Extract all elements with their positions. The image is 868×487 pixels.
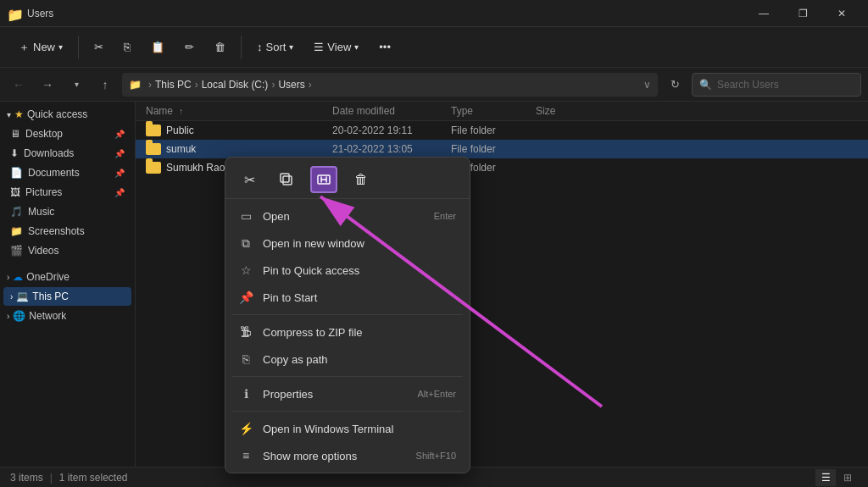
sidebar-item-downloads[interactable]: ⬇ Downloads 📌 bbox=[3, 144, 131, 163]
sort-indicator: ↑ bbox=[179, 107, 183, 116]
app-icon: 📁 bbox=[7, 7, 20, 20]
list-view-button[interactable]: ☰ bbox=[815, 469, 836, 486]
ctx-delete-button[interactable]: 🗑 bbox=[348, 166, 375, 193]
rename-toolbar-button[interactable]: ✏ bbox=[176, 36, 203, 58]
ctx-show-more-label: Show more options bbox=[263, 450, 357, 462]
ctx-open-shortcut: Enter bbox=[434, 211, 456, 221]
sidebar-item-screenshots[interactable]: 📁 Screenshots bbox=[3, 222, 131, 241]
path-dropdown-button[interactable]: ∨ bbox=[643, 79, 651, 91]
new-icon: ＋ bbox=[19, 40, 30, 55]
sidebar-label-documents: Documents bbox=[28, 167, 80, 179]
ctx-rename-button[interactable] bbox=[310, 166, 337, 193]
open-icon: ▭ bbox=[239, 209, 253, 223]
ctx-open-label: Open bbox=[263, 210, 290, 223]
documents-icon: 📄 bbox=[10, 167, 23, 179]
delete-toolbar-button[interactable]: 🗑 bbox=[206, 36, 234, 58]
header-type[interactable]: Type bbox=[451, 105, 536, 117]
pin-quick-icon: ☆ bbox=[239, 263, 253, 277]
ctx-cut-button[interactable]: ✂ bbox=[236, 166, 263, 193]
network-icon: 🌐 bbox=[13, 310, 25, 322]
file-row-public[interactable]: Public 20-02-2022 19:11 File folder bbox=[136, 121, 868, 140]
sort-button[interactable]: ↕ Sort ▾ bbox=[248, 36, 302, 58]
ctx-copy-path[interactable]: ⎘ Copy as path bbox=[225, 346, 470, 373]
toolbar-separator-2 bbox=[241, 36, 242, 59]
up-button[interactable]: ↑ bbox=[93, 73, 117, 97]
network-label: Network bbox=[29, 310, 66, 322]
sidebar-label-videos: Videos bbox=[28, 245, 58, 257]
sidebar-item-documents[interactable]: 📄 Documents 📌 bbox=[3, 163, 131, 182]
ctx-compress-label: Compress to ZIP file bbox=[263, 326, 363, 339]
refresh-button[interactable]: ↻ bbox=[663, 73, 687, 97]
network-header[interactable]: › 🌐 Network bbox=[0, 307, 135, 325]
maximize-button[interactable]: ❐ bbox=[783, 0, 822, 27]
view-button[interactable]: ☰ View ▾ bbox=[305, 36, 367, 58]
sidebar-item-pictures[interactable]: 🖼 Pictures 📌 bbox=[3, 183, 131, 202]
properties-icon: ℹ bbox=[239, 387, 253, 401]
svg-rect-1 bbox=[281, 174, 289, 182]
header-name[interactable]: Name ↑ bbox=[146, 105, 332, 117]
ctx-pin-start[interactable]: 📌 Pin to Start bbox=[225, 284, 470, 311]
paste-toolbar-button[interactable]: 📋 bbox=[142, 36, 173, 58]
ctx-show-more[interactable]: ≡ Show more options Shift+F10 bbox=[225, 442, 470, 469]
sidebar-item-videos[interactable]: 🎬 Videos bbox=[3, 241, 131, 260]
grid-view-button[interactable]: ⊞ bbox=[837, 469, 858, 486]
file-row-sumuk[interactable]: sumuk 21-02-2022 13:05 File folder bbox=[136, 140, 868, 158]
open-new-window-icon: ⧉ bbox=[239, 236, 253, 250]
more-label: ••• bbox=[379, 41, 391, 53]
forward-button[interactable]: → bbox=[36, 73, 59, 97]
quick-access-header[interactable]: ▾ ★ Quick access bbox=[0, 105, 135, 124]
ctx-show-more-shortcut: Shift+F10 bbox=[416, 451, 456, 461]
context-menu: ✂ 🗑 ▭ Open Enter ⧉ Open in new window ☆ … bbox=[225, 157, 470, 473]
ctx-properties[interactable]: ℹ Properties Alt+Enter bbox=[225, 380, 470, 407]
folder-icon-sumukh-rao bbox=[146, 162, 161, 174]
more-button[interactable]: ••• bbox=[370, 36, 399, 58]
this-pc-icon: 💻 bbox=[16, 291, 29, 302]
path-users[interactable]: Users bbox=[278, 79, 304, 91]
ctx-open-terminal[interactable]: ⚡ Open in Windows Terminal bbox=[225, 415, 470, 442]
view-dropdown-icon: ▾ bbox=[354, 42, 359, 52]
ctx-open-new-window-label: Open in new window bbox=[263, 237, 364, 250]
videos-icon: 🎬 bbox=[10, 245, 23, 257]
ctx-pin-quick-label: Pin to Quick access bbox=[263, 264, 359, 277]
path-home-icon: 📁 bbox=[129, 79, 142, 91]
this-pc-header[interactable]: › 💻 This PC bbox=[3, 287, 131, 306]
sidebar-item-desktop[interactable]: 🖥 Desktop 📌 bbox=[3, 125, 131, 143]
folder-icon-public bbox=[146, 125, 161, 136]
cut-toolbar-button[interactable]: ✂ bbox=[86, 36, 112, 58]
header-date[interactable]: Date modified bbox=[332, 105, 451, 117]
minimize-button[interactable]: — bbox=[744, 0, 783, 27]
ctx-separator-2 bbox=[232, 376, 463, 377]
sidebar-item-music[interactable]: 🎵 Music bbox=[3, 202, 131, 221]
search-box[interactable]: 🔍 Search Users bbox=[692, 73, 861, 97]
address-bar: ← → ▾ ↑ 📁 › This PC › Local Disk (C:) › … bbox=[0, 68, 868, 102]
view-buttons: ☰ ⊞ bbox=[815, 469, 858, 486]
pin-icon-desktop: 📌 bbox=[114, 130, 125, 139]
ctx-open[interactable]: ▭ Open Enter bbox=[225, 202, 470, 230]
window-controls: — ❐ ✕ bbox=[744, 0, 861, 27]
selected-count: 1 item selected bbox=[59, 472, 128, 484]
pin-icon-pictures: 📌 bbox=[114, 188, 125, 197]
sort-label: Sort bbox=[266, 41, 287, 53]
new-button[interactable]: ＋ New ▾ bbox=[10, 35, 71, 60]
desktop-icon: 🖥 bbox=[10, 128, 20, 140]
path-this-pc[interactable]: This PC bbox=[155, 79, 192, 91]
rename-icon: ✏ bbox=[185, 41, 194, 53]
ctx-compress-zip[interactable]: 🗜 Compress to ZIP file bbox=[225, 318, 470, 346]
back-button[interactable]: ← bbox=[7, 73, 31, 97]
header-size[interactable]: Size bbox=[536, 105, 604, 117]
ctx-copy-button[interactable] bbox=[273, 166, 300, 193]
compress-icon: 🗜 bbox=[239, 325, 253, 339]
copy-toolbar-button[interactable]: ⎘ bbox=[115, 36, 139, 58]
ctx-pin-quick-access[interactable]: ☆ Pin to Quick access bbox=[225, 257, 470, 284]
onedrive-header[interactable]: › ☁ OneDrive bbox=[0, 268, 135, 286]
svg-rect-0 bbox=[283, 176, 292, 185]
ctx-open-new-window[interactable]: ⧉ Open in new window bbox=[225, 230, 470, 257]
dropdown-history-button[interactable]: ▾ bbox=[64, 73, 88, 97]
expand-icon-net: › bbox=[7, 312, 9, 321]
path-local-disk[interactable]: Local Disk (C:) bbox=[202, 79, 269, 91]
file-list-header: Name ↑ Date modified Type Size bbox=[136, 102, 868, 121]
close-button[interactable]: ✕ bbox=[822, 0, 861, 27]
sidebar: ▾ ★ Quick access 🖥 Desktop 📌 ⬇ Downloads… bbox=[0, 102, 136, 467]
terminal-icon: ⚡ bbox=[239, 422, 253, 435]
file-date-public: 20-02-2022 19:11 bbox=[332, 125, 451, 136]
